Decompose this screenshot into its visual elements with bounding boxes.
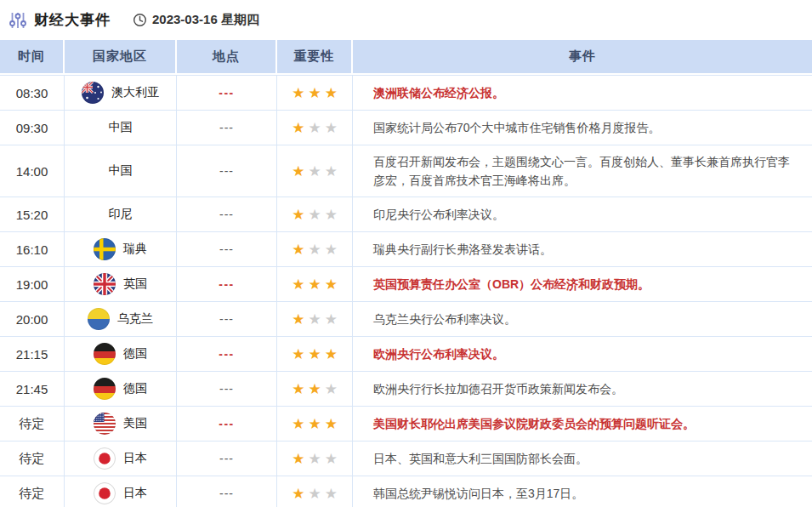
table-body: 08:30 澳大利亚 --- ★★★ 澳洲联储公布经济公报。 09:30 中国 … (0, 75, 812, 507)
importance-stars: ★★★ (277, 407, 353, 441)
event-time: 待定 (0, 407, 65, 441)
star-icon: ★ (325, 86, 338, 100)
column-header-event: 事件 (353, 40, 812, 73)
flag-uk-icon (94, 273, 116, 295)
event-time: 09:30 (0, 111, 65, 145)
column-header-location: 地点 (177, 40, 277, 73)
star-icon: ★ (308, 164, 321, 179)
star-icon: ★ (292, 417, 304, 431)
column-header-country: 国家地区 (65, 40, 177, 73)
event-location: --- (177, 76, 277, 110)
importance-stars: ★★★ (277, 476, 353, 507)
importance-stars: ★★★ (277, 76, 353, 110)
event-location: --- (177, 197, 277, 231)
star-icon: ★ (308, 208, 321, 222)
star-icon: ★ (325, 452, 338, 466)
star-icon: ★ (308, 452, 321, 466)
star-icon: ★ (292, 277, 304, 292)
column-header-time: 时间 (0, 40, 65, 73)
page-header: 财经大事件 2023-03-16 星期四 (0, 0, 812, 40)
event-description: 瑞典央行副行长弗洛登发表讲话。 (353, 232, 812, 266)
flag-usa-icon (94, 413, 116, 435)
star-icon: ★ (292, 242, 304, 257)
star-icon: ★ (325, 312, 338, 327)
importance-stars: ★★★ (277, 111, 353, 145)
event-time: 14:00 (0, 145, 65, 197)
event-row: 20:00 乌克兰 --- ★★★ 乌克兰央行公布利率决议。 (0, 302, 812, 337)
event-description: 澳洲联储公布经济公报。 (353, 76, 812, 110)
event-row: 15:20 印尼 --- ★★★ 印尼央行公布利率决议。 (0, 197, 812, 232)
country-name: 乌克兰 (117, 311, 153, 327)
event-location: --- (177, 372, 277, 406)
event-description: 国家统计局公布70个大中城市住宅销售价格月度报告。 (353, 111, 812, 145)
star-icon: ★ (308, 312, 321, 327)
importance-stars: ★★★ (277, 197, 353, 231)
event-country: 中国 (65, 111, 177, 145)
star-icon: ★ (308, 86, 321, 100)
country-name: 德国 (123, 346, 147, 362)
event-time: 19:00 (0, 267, 65, 301)
star-icon: ★ (325, 242, 338, 257)
star-icon: ★ (308, 487, 321, 501)
importance-stars: ★★★ (277, 232, 353, 266)
event-time: 16:10 (0, 232, 65, 266)
event-country: 德国 (65, 337, 177, 371)
flag-germany-icon (94, 343, 116, 365)
sliders-icon (9, 11, 27, 30)
event-description: 英国预算责任办公室（OBR）公布经济和财政预期。 (353, 267, 812, 301)
star-icon: ★ (308, 121, 321, 135)
event-time: 21:15 (0, 337, 65, 371)
event-time: 20:00 (0, 302, 65, 336)
event-time: 待定 (0, 441, 65, 476)
event-row: 21:15 德国 --- ★★★ 欧洲央行公布利率决议。 (0, 337, 812, 372)
country-name: 中国 (109, 163, 133, 179)
event-row: 08:30 澳大利亚 --- ★★★ 澳洲联储公布经济公报。 (0, 76, 812, 111)
star-icon: ★ (325, 121, 338, 135)
country-name: 瑞典 (123, 242, 147, 257)
importance-stars: ★★★ (277, 145, 353, 197)
star-icon: ★ (325, 417, 338, 431)
event-location: --- (177, 145, 277, 197)
importance-stars: ★★★ (277, 302, 353, 336)
event-country: 英国 (65, 267, 177, 301)
event-row: 09:30 中国 --- ★★★ 国家统计局公布70个大中城市住宅销售价格月度报… (0, 111, 812, 145)
page-title: 财经大事件 (34, 10, 111, 30)
event-location: --- (177, 441, 277, 476)
flag-australia-icon (82, 82, 104, 104)
event-description: 欧洲央行公布利率决议。 (353, 337, 812, 371)
event-time: 15:20 (0, 197, 65, 231)
country-name: 日本 (123, 486, 147, 501)
star-icon: ★ (325, 277, 338, 292)
event-row: 待定 美国 --- ★★★ 美国财长耶伦出席美国参议院财政委员会的预算问题听证会… (0, 407, 812, 441)
event-location: --- (177, 111, 277, 145)
star-icon: ★ (308, 417, 321, 431)
event-row: 14:00 中国 --- ★★★ 百度召开新闻发布会，主题围绕文心一言。百度创始… (0, 145, 812, 197)
star-icon: ★ (292, 312, 304, 327)
country-name: 印尼 (109, 207, 133, 222)
star-icon: ★ (292, 487, 304, 501)
event-country: 日本 (65, 441, 177, 476)
event-country: 日本 (65, 476, 177, 507)
star-icon: ★ (325, 487, 338, 501)
event-row: 21:45 德国 --- ★★★ 欧洲央行行长拉加德召开货币政策新闻发布会。 (0, 372, 812, 407)
importance-stars: ★★★ (277, 372, 353, 406)
event-country: 澳大利亚 (65, 76, 177, 110)
event-location: --- (177, 267, 277, 301)
event-description: 美国财长耶伦出席美国参议院财政委员会的预算问题听证会。 (353, 407, 812, 441)
event-location: --- (177, 302, 277, 336)
event-description: 欧洲央行行长拉加德召开货币政策新闻发布会。 (353, 372, 812, 406)
event-country: 中国 (65, 145, 177, 197)
flag-japan-icon (94, 482, 116, 504)
star-icon: ★ (325, 382, 338, 396)
star-icon: ★ (292, 86, 304, 100)
star-icon: ★ (292, 121, 304, 135)
star-icon: ★ (325, 347, 338, 362)
star-icon: ★ (292, 452, 304, 466)
event-description: 日本、英国和意大利三国国防部长会面。 (353, 441, 812, 476)
event-country: 德国 (65, 372, 177, 406)
star-icon: ★ (308, 347, 321, 362)
event-time: 08:30 (0, 76, 65, 110)
table-header-row: 时间 国家地区 地点 重要性 事件 (0, 40, 812, 75)
star-icon: ★ (308, 382, 321, 396)
event-location: --- (177, 476, 277, 507)
